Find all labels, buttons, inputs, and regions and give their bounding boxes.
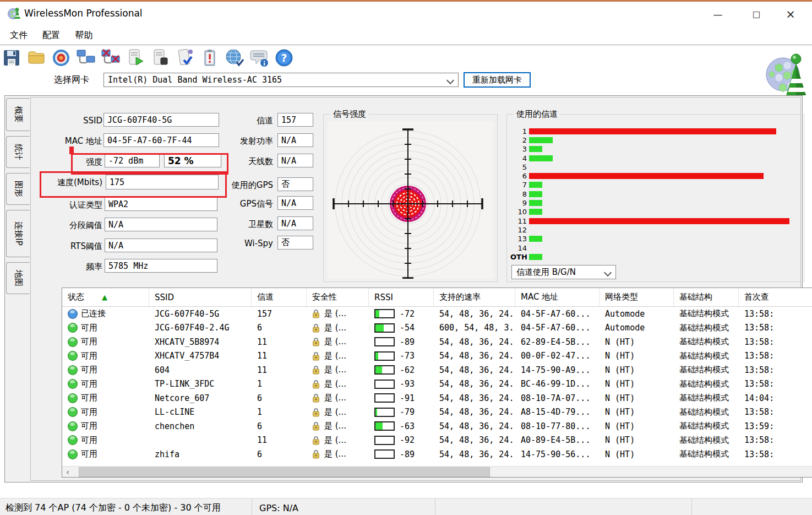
status-text: 可用: [81, 421, 97, 431]
channel-number-label: 9: [510, 199, 529, 207]
header-net-type[interactable]: 网络类型: [600, 288, 674, 306]
security-text: 是 (...: [324, 365, 346, 375]
network-row[interactable]: 可用 XHCATV_5B8974 11 是 (... -89: [62, 335, 812, 349]
sidebar-tab-label: 统计: [13, 144, 24, 160]
security-text: 是 (...: [324, 337, 346, 347]
satellites-label: 卫星数: [228, 219, 273, 230]
status-cell: 可用: [62, 365, 149, 375]
security-text: 是 (...: [324, 308, 346, 319]
adapter-select[interactable]: Intel(R) Dual Band Wireless-AC 3165: [103, 73, 459, 87]
menu-config[interactable]: 配置: [40, 30, 62, 41]
rssi-cell: -79: [369, 407, 434, 417]
channel-bar-track: [529, 191, 789, 197]
status-text: 可用: [81, 337, 97, 347]
feedback-icon[interactable]: [249, 47, 270, 68]
status-cell: 可用: [62, 435, 149, 446]
infrastructure-cell: 基础结构模式: [674, 407, 739, 418]
sidebar-tab[interactable]: 统计: [6, 136, 30, 168]
header-rates[interactable]: 支持的速率: [434, 288, 515, 306]
network-row[interactable]: 可用 LL-cLINE 1 是 (... -79: [62, 405, 812, 420]
status-cell: 可用: [62, 351, 149, 361]
network-row[interactable]: 可用 11 是 (... -92: [62, 433, 812, 448]
network-row[interactable]: 可用 JCG-607F40-2.4G 6 是 (... -54: [62, 321, 812, 335]
net-type-cell: N (HT): [600, 351, 674, 361]
header-security[interactable]: 安全性: [307, 288, 369, 306]
close-button[interactable]: ×: [773, 2, 808, 26]
status-dot-icon: [68, 309, 78, 319]
rssi-value: -92: [400, 435, 415, 445]
rssi-bar: [374, 408, 395, 417]
status-cell: 可用: [62, 323, 149, 333]
rates-cell: 54, 48, 36, 24...: [434, 351, 515, 361]
rssi-bar: [374, 323, 395, 333]
web-check-icon[interactable]: [224, 47, 245, 68]
rssi-value: -89: [400, 337, 415, 347]
sidebar-tab-label: 连接IP: [13, 221, 24, 245]
rssi-bar: [374, 380, 395, 389]
header-mac[interactable]: MAC 地址: [515, 288, 600, 306]
rates-cell: 54, 48, 36, 24...: [434, 365, 515, 375]
mac-cell: 14-75-90-56...: [515, 449, 600, 459]
network-row[interactable]: 可用 Netcore_607 6 是 (... -91: [62, 391, 812, 405]
header-rssi[interactable]: RSSI: [369, 288, 434, 306]
alert-icon[interactable]: [199, 47, 220, 68]
sidebar-tab[interactable]: 图形: [6, 173, 30, 205]
channel-band-select[interactable]: 信道使用 B/G/N: [511, 265, 616, 279]
scroll-left-icon[interactable]: ‹: [63, 467, 72, 477]
lock-icon: [312, 408, 320, 417]
network-row[interactable]: 已连接 JCG-607F40-5G 157 是 (... -72: [62, 307, 812, 321]
net-type-cell: N (HT): [600, 379, 674, 389]
maximize-button[interactable]: □: [739, 2, 773, 26]
status-cell: 可用: [62, 449, 149, 459]
log-stop-icon[interactable]: [150, 47, 171, 68]
status-text: 可用: [81, 365, 97, 375]
status-section-3: [435, 498, 692, 515]
scroll-right-icon[interactable]: ›: [809, 467, 812, 477]
sidebar-tab[interactable]: 概要: [6, 98, 30, 131]
status-text: 可用: [81, 379, 97, 389]
horizontal-scroll-thumb[interactable]: [79, 467, 490, 477]
rates-cell: 54, 48, 36, 24...: [434, 407, 515, 417]
channel-row: OTH: [510, 252, 799, 261]
network-row[interactable]: 可用 XHCATV_4757B4 11 是 (... -73: [62, 349, 812, 364]
summary-tab-content: SSID JCG-607F40-5G MAC 地址 04-5F-A7-60-7F…: [30, 97, 801, 481]
sidebar-tab[interactable]: 连接IP: [6, 210, 30, 257]
menu-file[interactable]: 文件: [8, 30, 30, 41]
save-icon[interactable]: [1, 47, 22, 68]
rts-label: RTS阈值: [57, 241, 102, 252]
target-icon[interactable]: [51, 47, 72, 68]
network-row[interactable]: 可用 TP-LINK_3FDC 1 是 (... -93: [62, 377, 812, 392]
disconnect-icon[interactable]: [100, 47, 121, 68]
channel-number-label: 2: [510, 136, 529, 144]
connect-icon[interactable]: [75, 47, 96, 68]
sidebar-tab[interactable]: 地图: [6, 262, 30, 294]
channels-panel: 使用的信道 1 2: [506, 114, 804, 282]
report-check-icon[interactable]: [175, 47, 195, 68]
header-first-seen[interactable]: 首次查: [739, 288, 812, 306]
ap-summary-status: 检测到 74 个AP (74 个加密 - 0 个未加密) - 30 个可用: [0, 498, 252, 515]
reload-adapter-button[interactable]: 重新加载网卡: [464, 72, 531, 88]
network-row[interactable]: 可用 zhifa 6 是 (... -89: [62, 447, 812, 462]
channel-number-label: 6: [510, 172, 529, 180]
horizontal-scrollbar[interactable]: ‹ ›: [62, 466, 812, 477]
mac-cell: 04-5F-A7-60...: [515, 323, 600, 333]
header-status[interactable]: 状态 ▲: [62, 288, 149, 306]
network-row[interactable]: 可用 604 11 是 (... -62: [62, 363, 812, 377]
first-seen-cell: 13:58:: [739, 365, 812, 375]
infrastructure-cell: 基础结构模式: [674, 365, 739, 375]
security-cell: 是 (...: [307, 393, 369, 403]
help-icon[interactable]: ?: [274, 47, 295, 68]
header-channel[interactable]: 信道: [252, 288, 307, 306]
minimize-button[interactable]: —: [701, 2, 735, 26]
log-start-icon[interactable]: [125, 47, 146, 68]
adapter-row: 选择网卡 Intel(R) Dual Band Wireless-AC 3165…: [0, 71, 812, 91]
header-infrastructure[interactable]: 基础结构: [674, 288, 739, 306]
open-icon[interactable]: [26, 47, 47, 68]
network-row[interactable]: 可用 chenchen 6 是 (... -63: [62, 419, 812, 433]
status-section-4: [692, 498, 812, 515]
menu-help[interactable]: 帮助: [73, 30, 95, 41]
header-ssid[interactable]: SSID: [149, 288, 252, 306]
status-dot-icon: [68, 435, 78, 445]
rssi-value: -63: [400, 421, 415, 431]
channel-usage-bar: [529, 155, 553, 161]
